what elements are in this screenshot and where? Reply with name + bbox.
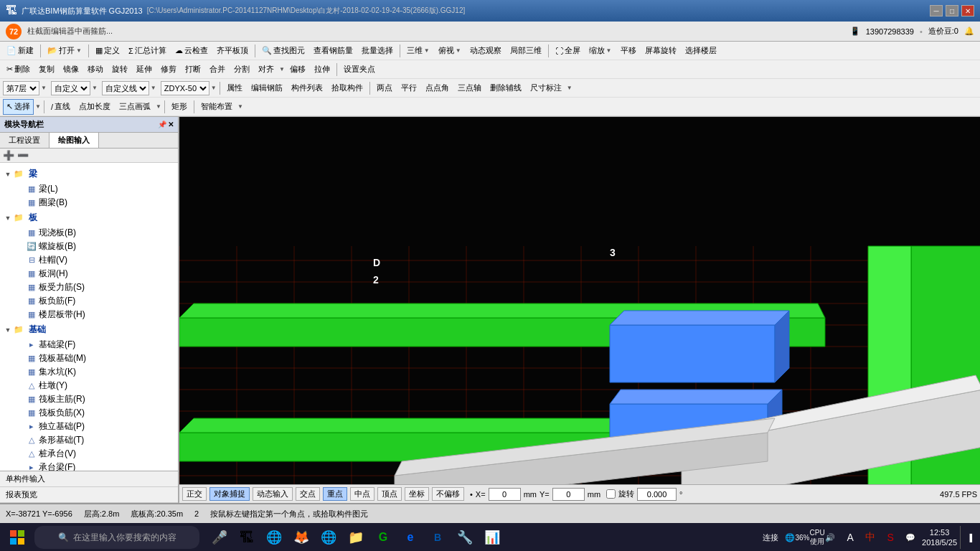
tree-item-faban-zhujin[interactable]: ▦ 筏板主筋(R) (1, 392, 176, 406)
tree-item-shoulijin[interactable]: ▦ 板受力筋(S) (1, 281, 176, 294)
tree-item-xianjiao-ban[interactable]: ▦ 现浇板(B) (1, 226, 176, 240)
split-button[interactable]: 分割 (230, 62, 253, 77)
fullscreen-button[interactable]: ⛶ 全屏 (552, 43, 584, 59)
zoom-button[interactable]: 缩放 ▼ (585, 43, 616, 59)
single-component-button[interactable]: 单构件输入 (0, 471, 178, 487)
taskbar-app2[interactable]: G (372, 526, 395, 549)
notification-icon[interactable]: 💬 (902, 526, 919, 549)
three-point-axis-button[interactable]: 三点轴 (454, 80, 485, 96)
cloud-check-button[interactable]: ☁ 云检查 (171, 43, 212, 59)
stretch-button[interactable]: 拉伸 (311, 62, 334, 77)
tree-item-jishuikeng[interactable]: ▦ 集水坑(K) (1, 365, 176, 379)
bell-icon[interactable]: 🔔 (964, 27, 974, 36)
component-list-button[interactable]: 构件列表 (288, 80, 326, 96)
panel-pin-icon[interactable]: 📌 (158, 121, 166, 128)
property-button[interactable]: 属性 (223, 80, 246, 96)
dimension-button[interactable]: 尺寸标注 (527, 80, 565, 96)
expand-ban[interactable]: ▼ (3, 213, 13, 223)
rotate-button[interactable]: 旋转 (108, 62, 131, 77)
report-preview-button[interactable]: 报表预览 (0, 487, 178, 503)
pick-component-button[interactable]: 拾取构件 (328, 80, 367, 96)
tree-item-faban-jichu[interactable]: ▦ 筏板基础(M) (1, 352, 176, 365)
minimize-button[interactable]: ─ (930, 5, 943, 17)
taskbar-app4[interactable]: 🔧 (453, 526, 476, 549)
floor-selector[interactable]: 第7层 (3, 81, 39, 95)
x-input[interactable] (489, 488, 521, 501)
antivirus-icon[interactable]: S (882, 526, 899, 549)
object-snap-button[interactable]: 对象捕捉 (209, 487, 250, 501)
volume-icon[interactable]: 🔊 (821, 526, 839, 549)
point-length-button[interactable]: 点加长度 (75, 99, 114, 115)
ime-icon2[interactable]: 中 (862, 526, 879, 549)
extend-button[interactable]: 延伸 (133, 62, 156, 77)
tab-engineering[interactable]: 工程设置 (0, 133, 50, 148)
system-clock[interactable]: 12:53 2018/5/25 (922, 527, 957, 548)
align-button[interactable]: 对齐 (255, 62, 278, 77)
offset-button[interactable]: 偏移 (286, 62, 309, 77)
select-floor-button[interactable]: 选择楼层 (682, 43, 720, 59)
select-tool-button[interactable]: ↖选择 (3, 99, 34, 115)
pan-button[interactable]: 平移 (617, 43, 640, 59)
mirror-button[interactable]: 镜像 (60, 62, 83, 77)
taskbar-explorer[interactable]: 📁 (344, 526, 367, 549)
delete-button[interactable]: ✂删除 (3, 62, 34, 77)
set-grip-button[interactable]: 设置夹点 (340, 62, 379, 77)
dynamic-input-button[interactable]: 动态输入 (253, 487, 293, 501)
view-rebar-button[interactable]: 查看钢筋量 (310, 43, 357, 59)
orthogonal-button[interactable]: 正交 (182, 487, 207, 501)
tree-item-duli-jichu[interactable]: ▸ 独立基础(P) (1, 420, 176, 433)
two-point-button[interactable]: 两点 (373, 80, 396, 96)
tree-item-chengtai[interactable]: △ 桩承台(V) (1, 447, 176, 461)
taskbar-browser1[interactable]: 🌐 (263, 526, 286, 549)
three-arc-button[interactable]: 三点画弧 (116, 99, 154, 115)
copy-button[interactable]: 复制 (35, 62, 58, 77)
tree-item-zhudun[interactable]: △ 柱墩(Y) (1, 379, 176, 392)
remove-button[interactable]: ➖ (17, 150, 29, 161)
open-button[interactable]: 📂 打开 ▼ (44, 43, 85, 59)
taskbar-browser2[interactable]: 🦊 (290, 526, 313, 549)
coordinate-button[interactable]: 坐标 (405, 487, 429, 501)
taskbar-app1[interactable]: 🏗 (235, 526, 258, 549)
tree-item-liang[interactable]: ▼ 📁 梁 (1, 166, 176, 182)
y-input[interactable] (552, 488, 585, 501)
vertex-button[interactable]: 顶点 (377, 487, 402, 501)
taskbar-app5[interactable]: 📊 (481, 526, 504, 549)
search-bar[interactable]: 🔍 在这里输入你要搜索的内容 (34, 526, 199, 549)
find-element-button[interactable]: 🔍 查找图元 (258, 43, 308, 59)
show-desktop-icon[interactable]: ▐ (960, 526, 977, 549)
start-button[interactable] (3, 524, 32, 550)
define-button[interactable]: ▦ 定义 (92, 43, 123, 59)
tree-item-jichu-liang[interactable]: ▸ 基础梁(F) (1, 338, 176, 352)
close-button[interactable]: ✕ (961, 5, 974, 17)
edit-rebar-button[interactable]: 编辑钢筋 (248, 80, 286, 96)
tree-item-chengtai-liang[interactable]: ▸ 承台梁(F) (1, 461, 176, 471)
topview-button[interactable]: 俯视 ▼ (435, 43, 465, 59)
break-button[interactable]: 打断 (182, 62, 204, 77)
smart-place-button[interactable]: 智能布置 (197, 99, 236, 115)
tree-item-liang-l[interactable]: ▦ 梁(L) (1, 182, 176, 196)
taskbar-app3[interactable]: B (426, 526, 449, 549)
tab-drawing[interactable]: 绘图输入 (50, 133, 99, 148)
maximize-button[interactable]: □ (946, 5, 958, 17)
calculate-button[interactable]: Σ 汇总计算 (125, 43, 170, 59)
batch-select-button[interactable]: 批量选择 (358, 43, 397, 59)
expand-jichu[interactable]: ▼ (3, 325, 13, 335)
rotate-input[interactable] (637, 488, 677, 501)
tree-item-tiaoxing[interactable]: △ 条形基础(T) (1, 433, 176, 447)
center-point-button[interactable]: 中点 (350, 487, 374, 501)
viewport[interactable]: D 2 3 X Z Y B 正交 对象捕捉 动态输入 交点 重点 (179, 117, 980, 503)
add-button[interactable]: ➕ (3, 150, 14, 161)
line-tool-button[interactable]: /直线 (47, 99, 74, 115)
tree-item-quan-liang[interactable]: ▦ 圈梁(B) (1, 196, 176, 209)
rotate-checkbox[interactable] (606, 489, 616, 499)
partial-3d-button[interactable]: 局部三维 (507, 43, 545, 59)
tree-item-zhumao[interactable]: ⊟ 柱帽(V) (1, 253, 176, 267)
tree-item-ban[interactable]: ▼ 📁 板 (1, 209, 176, 226)
align-top-button[interactable]: 齐平板顶 (213, 43, 252, 59)
code-selector[interactable]: ZDYX-50 (161, 81, 209, 95)
tree-item-jichu[interactable]: ▼ 📁 基础 (1, 321, 176, 338)
taskbar-cortana[interactable]: 🎤 (208, 526, 231, 549)
tree-item-fujin[interactable]: ▦ 板负筋(F) (1, 294, 176, 308)
midpoint-button[interactable]: 重点 (323, 487, 347, 501)
intersection-button[interactable]: 交点 (296, 487, 320, 501)
